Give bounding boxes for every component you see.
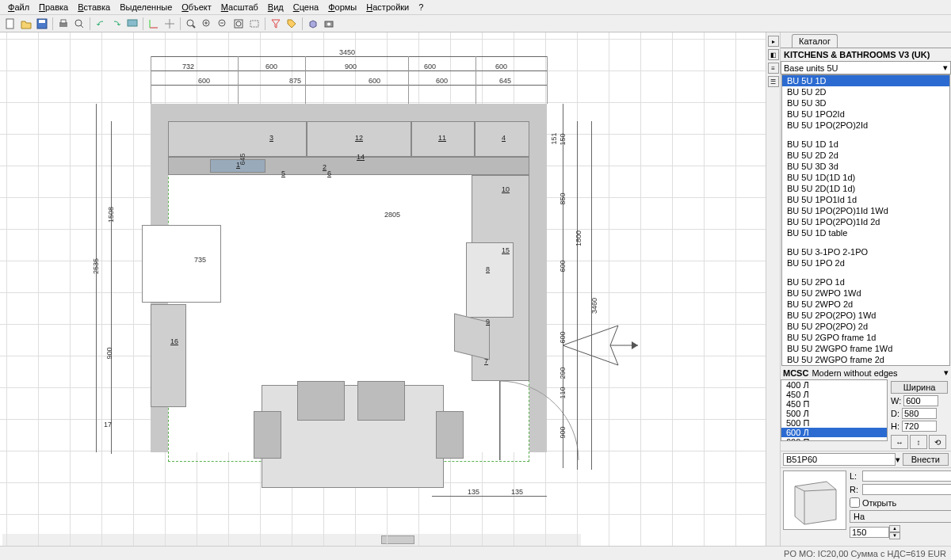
menu-select[interactable]: Выделенные	[115, 1, 177, 13]
main-toolbar	[0, 15, 951, 32]
axes-icon[interactable]	[147, 17, 161, 31]
list-item[interactable]: BU 5U 1PO(2PO)2Id	[782, 120, 949, 131]
filter-icon[interactable]	[269, 17, 283, 31]
size-list[interactable]: 400 Л 450 Л 450 П 500 Л 500 П 600 Л 600 …	[781, 379, 888, 441]
menu-help[interactable]: ?	[414, 1, 428, 13]
width-button[interactable]: Ширина	[891, 381, 948, 394]
tag-icon[interactable]	[285, 17, 299, 31]
list-item[interactable]: BU 5U 1D 1d	[782, 139, 949, 150]
R-input[interactable]	[862, 484, 951, 495]
width-input[interactable]	[903, 395, 938, 406]
side-tab-props[interactable]: ☰	[768, 76, 779, 87]
new-icon[interactable]	[3, 17, 17, 31]
open-checkbox[interactable]	[850, 497, 860, 508]
list-item[interactable]: BU 5U 2GPO frame 1d	[782, 332, 949, 343]
category-select[interactable]: Base units 5U▾	[781, 61, 951, 74]
tab-catalog[interactable]: Каталог	[792, 34, 838, 48]
list-item[interactable]: BU 5U 3D 3d	[782, 161, 949, 172]
menu-scene[interactable]: Сцена	[288, 1, 323, 13]
menu-edit[interactable]: Правка	[34, 1, 73, 13]
L-input[interactable]	[862, 470, 951, 482]
menu-scale[interactable]: Масштаб	[216, 1, 263, 13]
rotate-icon[interactable]: ⟲	[929, 435, 946, 449]
list-item[interactable]: BU 5U 3D	[782, 97, 949, 109]
list-item[interactable]: BU 5U 1D table	[782, 227, 949, 238]
mcsc-label: MCSC	[783, 368, 808, 378]
chevron-down-icon[interactable]: ▾	[896, 455, 900, 465]
canvas-h-scrollbar[interactable]	[2, 534, 581, 546]
menu-insert[interactable]: Вставка	[73, 1, 115, 13]
list-item[interactable]: BU 5U 1PO2Id	[782, 109, 949, 120]
zoom-fit-icon[interactable]	[231, 17, 246, 31]
status-bar: PO MO: IC20,00 Сумма с НДС=619 EUR	[0, 546, 951, 560]
list-item[interactable]: BU 5U 2WPO 2d	[782, 299, 949, 310]
list-item[interactable]: BU 5U 2WGPO frame 1Wd	[782, 343, 949, 354]
svg-line-13	[193, 25, 195, 28]
size-option[interactable]: 500 Л	[781, 409, 887, 418]
depth-input[interactable]	[902, 408, 937, 419]
grid-icon[interactable]	[125, 17, 139, 31]
print-icon[interactable]	[56, 17, 71, 31]
side-tab-layers[interactable]: ≡	[768, 63, 779, 74]
side-tab-shapes[interactable]: ◧	[768, 49, 779, 60]
list-item[interactable]: BU 5U 3-1PO 2-1PO	[782, 246, 949, 257]
drawing-canvas[interactable]: 3450 732 600 900 600 600 600 875 600 600…	[0, 32, 766, 546]
origin-icon[interactable]	[162, 17, 177, 31]
zoom-out-icon[interactable]	[216, 17, 230, 31]
item-list[interactable]: BU 5U 1D BU 5U 2D BU 5U 3D BU 5U 1PO2Id …	[781, 74, 950, 366]
selected-item-code: B51P60	[783, 453, 896, 466]
open-icon[interactable]	[19, 17, 33, 31]
zoom-in-icon[interactable]	[200, 17, 214, 31]
size-option[interactable]: 600 Л	[781, 428, 887, 437]
side-tool-tabs: ▸ ◧ ≡ ☰	[766, 32, 781, 546]
list-item[interactable]: BU 5U 2D 2d	[782, 150, 949, 161]
list-item[interactable]: BU 5U 1D(1D 1d)	[782, 172, 949, 183]
menu-view[interactable]: Вид	[263, 1, 288, 13]
catalog-panel: Каталог KITCHENS & BATHROOMS V3 (UK) Bas…	[781, 32, 951, 546]
list-item[interactable]: BU 5U 2PO 1d	[782, 276, 949, 288]
zoom-window-icon[interactable]	[247, 17, 262, 31]
size-option[interactable]: 500 П	[781, 418, 887, 428]
offset-input[interactable]	[850, 527, 889, 538]
side-tab-catalog[interactable]: ▸	[768, 36, 779, 47]
redo-icon[interactable]	[109, 17, 124, 31]
snap-select[interactable]: На	[850, 510, 951, 523]
svg-point-20	[236, 21, 241, 26]
preview-icon[interactable]	[72, 17, 86, 31]
size-option[interactable]: 600 П	[781, 437, 887, 441]
menu-bar: Файл Правка Вставка Выделенные Объект Ма…	[0, 0, 951, 15]
save-icon[interactable]	[35, 17, 49, 31]
spin-up-icon[interactable]: ▲	[889, 525, 900, 532]
camera-direction-icon	[563, 322, 642, 369]
mirror-v-icon[interactable]: ↕	[910, 435, 927, 449]
list-item[interactable]: BU 5U 1D	[782, 75, 949, 86]
list-item[interactable]: BU 5U 2D	[782, 86, 949, 97]
menu-settings[interactable]: Настройки	[361, 1, 414, 13]
list-item[interactable]: BU 5U 1PO(2PO)1Id 2d	[782, 216, 949, 227]
size-option[interactable]: 450 П	[781, 399, 887, 409]
undo-icon[interactable]	[94, 17, 108, 31]
height-input[interactable]	[902, 421, 937, 432]
mirror-h-icon[interactable]: ↔	[891, 435, 908, 449]
menu-object[interactable]: Объект	[177, 1, 216, 13]
list-item[interactable]: BU 5U 1PO1Id 1d	[782, 194, 949, 205]
svg-rect-0	[6, 19, 13, 29]
size-option[interactable]: 450 Л	[781, 390, 887, 399]
list-item[interactable]: BU 5U 2WGPO frame 2d	[782, 354, 949, 365]
list-item[interactable]: BU 5U 2D(1D 1d)	[782, 183, 949, 194]
chevron-down-icon[interactable]: ▾	[944, 368, 949, 378]
menu-shapes[interactable]: Формы	[323, 1, 361, 13]
list-item[interactable]: BU 5U 1PO 2d	[782, 257, 949, 269]
list-item[interactable]: BU 5U 2WPO 1Wd	[782, 288, 949, 299]
size-option[interactable]: 400 Л	[781, 380, 887, 390]
list-item[interactable]: BU 5U 1PO(2PO)1Id 1Wd	[782, 205, 949, 216]
svg-rect-4	[61, 20, 66, 23]
spin-down-icon[interactable]: ▼	[889, 532, 900, 539]
add-button[interactable]: Внести	[903, 453, 949, 466]
camera-icon[interactable]	[322, 17, 336, 31]
list-item[interactable]: BU 5U 2PO(2PO) 1Wd	[782, 310, 949, 321]
zoom-icon[interactable]	[184, 17, 198, 31]
view3d-icon[interactable]	[306, 17, 320, 31]
list-item[interactable]: BU 5U 2PO(2PO) 2d	[782, 321, 949, 332]
menu-file[interactable]: Файл	[3, 1, 34, 13]
